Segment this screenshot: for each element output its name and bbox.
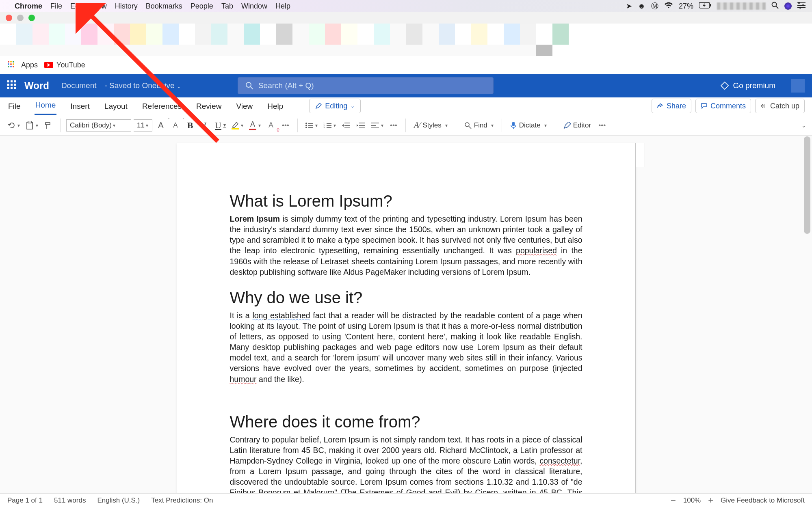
- decrease-indent-button[interactable]: [340, 119, 352, 132]
- control-center-icon[interactable]: [797, 2, 806, 11]
- tab-layout[interactable]: Layout: [104, 98, 128, 115]
- editing-mode-button[interactable]: Editing ⌄: [309, 99, 361, 113]
- svg-text:3: 3: [323, 126, 325, 129]
- font-size-select[interactable]: 11: [134, 119, 152, 132]
- status-icon[interactable]: Ⓜ: [651, 1, 658, 11]
- paragraph[interactable]: Contrary to popular belief, Lorem Ipsum …: [230, 434, 582, 493]
- catch-up-button[interactable]: Catch up: [755, 99, 805, 113]
- paragraph[interactable]: Lorem Ipsum is simply dummy text of the …: [230, 214, 582, 277]
- menu-tab[interactable]: Tab: [221, 2, 233, 11]
- blurred-region: [717, 2, 766, 10]
- editor-button[interactable]: Editor: [561, 119, 593, 132]
- scrollbar-thumb[interactable]: [804, 136, 810, 234]
- app-launcher-icon[interactable]: [7, 80, 16, 91]
- status-words[interactable]: 511 words: [54, 496, 86, 505]
- collapse-ribbon-button[interactable]: ⌄: [801, 122, 806, 129]
- go-premium-button[interactable]: Go premium: [721, 81, 775, 90]
- ribbon-overflow-button[interactable]: •••: [596, 119, 608, 132]
- svg-point-14: [10, 63, 12, 65]
- grow-font-button[interactable]: Aˆ: [155, 119, 167, 132]
- menu-help[interactable]: Help: [275, 2, 290, 11]
- bullets-button[interactable]: [303, 119, 319, 132]
- chrome-urlbar-blurred: [0, 45, 812, 56]
- paste-button[interactable]: [24, 119, 40, 132]
- underline-button[interactable]: U: [213, 119, 227, 132]
- highlight-button[interactable]: [230, 119, 245, 132]
- find-button[interactable]: Find: [462, 119, 496, 132]
- status-icon[interactable]: ➤: [626, 2, 632, 11]
- tab-help[interactable]: Help: [266, 98, 284, 115]
- zoom-out-button[interactable]: −: [671, 495, 676, 506]
- tab-file[interactable]: File: [7, 98, 22, 115]
- status-page[interactable]: Page 1 of 1: [7, 496, 43, 505]
- document-name[interactable]: Document: [61, 81, 97, 90]
- tab-references[interactable]: References: [141, 98, 182, 115]
- tab-view[interactable]: View: [235, 98, 253, 115]
- menu-history[interactable]: History: [115, 2, 138, 11]
- page[interactable]: What is Lorem Ipsum? Lorem Ipsum is simp…: [177, 143, 636, 493]
- status-predictions[interactable]: Text Predictions: On: [151, 496, 213, 505]
- menu-view[interactable]: View: [91, 2, 107, 11]
- shrink-font-button[interactable]: Aˇ: [169, 119, 182, 132]
- svg-rect-21: [14, 80, 16, 82]
- maximize-window-button[interactable]: [28, 15, 35, 21]
- svg-rect-55: [512, 122, 515, 126]
- search-box[interactable]: Search (Alt + Q): [238, 77, 494, 94]
- clear-formatting-button[interactable]: A◊: [265, 119, 277, 132]
- format-painter-button[interactable]: [42, 119, 54, 132]
- italic-button[interactable]: I: [199, 119, 211, 132]
- svg-rect-23: [11, 84, 13, 86]
- close-window-button[interactable]: [6, 15, 12, 21]
- account-avatar[interactable]: [791, 79, 805, 93]
- menu-window[interactable]: Window: [241, 2, 267, 11]
- spotlight-icon[interactable]: [771, 2, 779, 11]
- font-name-select[interactable]: Calibri (Body): [66, 119, 131, 132]
- menu-edit[interactable]: Edit: [70, 2, 83, 11]
- increase-indent-button[interactable]: [355, 119, 367, 132]
- bold-button[interactable]: B: [184, 119, 196, 132]
- battery-icon[interactable]: [699, 2, 711, 11]
- align-button[interactable]: [369, 119, 385, 132]
- heading-3[interactable]: Where does it come from?: [230, 413, 582, 431]
- heading-1[interactable]: What is Lorem Ipsum?: [230, 192, 582, 210]
- bookmark-youtube-label: YouTube: [56, 61, 85, 69]
- document-canvas[interactable]: What is Lorem Ipsum? Lorem Ipsum is simp…: [0, 136, 812, 493]
- menu-bookmarks[interactable]: Bookmarks: [146, 2, 182, 11]
- styles-button[interactable]: A⁄Styles: [411, 119, 450, 132]
- zoom-level[interactable]: 100%: [683, 496, 701, 505]
- svg-point-13: [8, 63, 9, 65]
- more-paragraph-button[interactable]: •••: [388, 119, 400, 132]
- menu-people[interactable]: People: [191, 2, 213, 11]
- more-font-options-button[interactable]: •••: [279, 119, 292, 132]
- dictate-button[interactable]: Dictate: [508, 119, 549, 132]
- chrome-bookmarks-bar: Apps YouTube: [0, 56, 812, 74]
- numbering-button[interactable]: 123: [322, 119, 338, 132]
- status-icon[interactable]: ☻: [638, 2, 645, 11]
- tab-review[interactable]: Review: [195, 98, 222, 115]
- menu-file[interactable]: File: [50, 2, 62, 11]
- svg-point-18: [13, 66, 14, 67]
- svg-rect-19: [7, 80, 9, 82]
- heading-2[interactable]: Why do we use it?: [230, 289, 582, 307]
- vertical-scrollbar[interactable]: [804, 136, 810, 493]
- bookmark-youtube[interactable]: YouTube: [44, 61, 85, 69]
- share-button[interactable]: Share: [652, 99, 691, 113]
- siri-icon[interactable]: [784, 2, 792, 10]
- menu-app-name[interactable]: Chrome: [15, 2, 42, 11]
- bookmark-apps[interactable]: Apps: [21, 61, 38, 69]
- minimize-window-button[interactable]: [17, 15, 24, 21]
- status-language[interactable]: English (U.S.): [97, 496, 140, 505]
- apps-grid-icon[interactable]: [7, 60, 15, 70]
- feedback-link[interactable]: Give Feedback to Microsoft: [721, 496, 805, 505]
- comments-button[interactable]: Comments: [695, 99, 751, 113]
- paragraph[interactable]: It is a long established fact that a rea…: [230, 310, 582, 384]
- tab-insert[interactable]: Insert: [69, 98, 91, 115]
- word-title-bar: Word Document - Saved to OneDrive ⌄ Sear…: [0, 74, 812, 97]
- undo-button[interactable]: [6, 119, 22, 132]
- word-app-name[interactable]: Word: [24, 80, 49, 91]
- tab-home[interactable]: Home: [35, 97, 57, 115]
- saved-state[interactable]: - Saved to OneDrive ⌄: [105, 81, 181, 90]
- wifi-icon[interactable]: [664, 2, 673, 11]
- font-color-button[interactable]: A: [247, 119, 262, 132]
- zoom-in-button[interactable]: +: [708, 495, 713, 506]
